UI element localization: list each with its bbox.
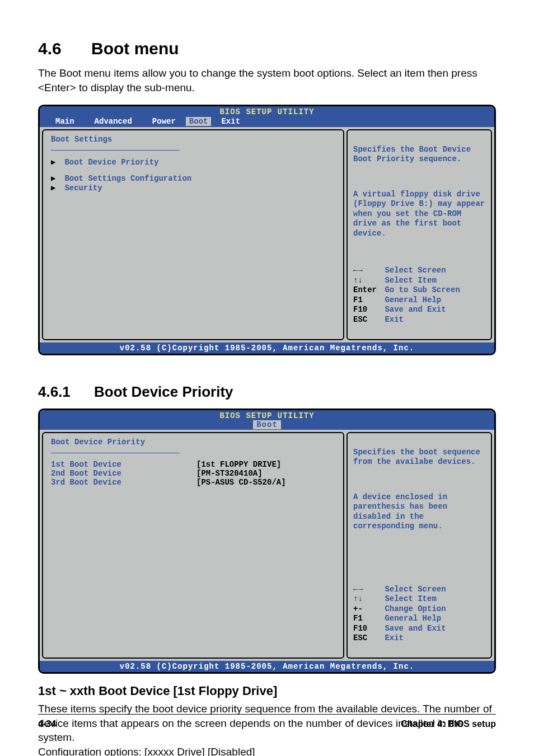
row-1st-boot[interactable]: 1st Boot Device [1st FLOPPY DRIVE] [51,460,335,469]
row-3rd-boot[interactable]: 3rd Boot Device [PS-ASUS CD-S520/A] [51,478,335,487]
arrow-icon: ▶ [51,157,60,167]
bios-key-legend: ←→ Select Screen↑↓ Select Item+- Change … [353,585,485,644]
tab-main[interactable]: Main [45,117,85,126]
divider-line [51,150,180,151]
bios-header: BIOS SETUP UTILITY Boot [40,410,494,430]
bios-screen-boot-device-priority: BIOS SETUP UTILITY Boot Boot Device Prio… [38,408,496,674]
bios-key-legend: ←→ Select Screen↑↓ Select ItemEnter Go t… [353,266,485,325]
tab-boot[interactable]: Boot [186,117,212,126]
chapter-label: Chapter 4: BIOS setup [401,719,496,729]
key-hint: F10 Save and Exit [353,305,485,315]
tab-advanced[interactable]: Advanced [85,117,142,126]
page-number: 4-34 [38,719,56,729]
bios-footer: v02.58 (C)Copyright 1985-2005, American … [40,342,494,354]
subsection-heading: 4.6.1Boot Device Priority [38,383,496,401]
help-text-1: Specifies the boot sequence from the ava… [353,448,485,467]
key-hint: ESC Exit [353,633,485,644]
key-hint: ↑↓ Select Item [353,594,485,604]
bios-footer: v02.58 (C)Copyright 1985-2005, American … [40,661,494,672]
section-title-text: Boot menu [91,39,179,58]
arrow-icon: ▶ [51,183,60,192]
key-hint: +- Change Option [353,604,485,614]
subsection-number: 4.6.1 [38,383,94,401]
menu-item-security[interactable]: ▶ Security [51,183,335,192]
panel-title: Boot Settings [51,135,335,144]
key-hint: ↑↓ Select Item [353,276,485,286]
bios-screen-boot-settings: BIOS SETUP UTILITY Main Advanced Power B… [38,105,496,355]
page-footer: 4-34 Chapter 4: BIOS setup [38,714,496,729]
help-text-2: A virtual floppy disk drive (Floppy Driv… [353,190,485,239]
bios-header: BIOS SETUP UTILITY [40,106,494,117]
key-hint: ←→ Select Screen [353,266,485,276]
section-heading: 4.6Boot menu [38,39,496,58]
key-hint: Enter Go to Sub Screen [353,285,485,295]
tab-boot[interactable]: Boot [253,420,281,429]
tab-power[interactable]: Power [142,117,186,126]
key-hint: F10 Save and Exit [353,624,485,634]
tab-exit[interactable]: Exit [211,117,250,126]
help-text-2: A device enclosed in parenthesis has bee… [353,492,485,532]
section-number: 4.6 [38,39,91,58]
bios-help-box: Specifies the Boot Device Boot Priority … [346,129,492,340]
key-hint: ←→ Select Screen [353,585,485,595]
help-text-1: Specifies the Boot Device Boot Priority … [353,145,485,165]
section-intro: The Boot menu items allow you to change … [38,66,496,95]
row-2nd-boot[interactable]: 2nd Boot Device [PM-ST320410A] [51,469,335,478]
subsection-title-text: Boot Device Priority [94,383,233,400]
bios-main-panel: Boot Device Priority 1st Boot Device [1s… [42,432,344,659]
menu-item-boot-device-priority[interactable]: ▶ Boot Device Priority [51,157,335,167]
menu-item-boot-settings-configuration[interactable]: ▶ Boot Settings Configuration [51,173,335,183]
item-config: Configuration options: [xxxxx Drive] [Di… [38,745,496,756]
divider-line [51,453,180,453]
bios-tabs: Main Advanced Power Boot Exit [40,117,494,127]
key-hint: F1 General Help [353,614,485,624]
panel-title: Boot Device Priority [51,438,335,447]
bios-help-box: Specifies the boot sequence from the ava… [346,432,492,659]
item-heading: 1st ~ xxth Boot Device [1st Floppy Drive… [38,684,496,698]
key-hint: ESC Exit [353,315,485,325]
bios-main-panel: Boot Settings ▶ Boot Device Priority ▶ B… [42,129,344,340]
arrow-icon: ▶ [51,173,60,183]
key-hint: F1 General Help [353,295,485,306]
